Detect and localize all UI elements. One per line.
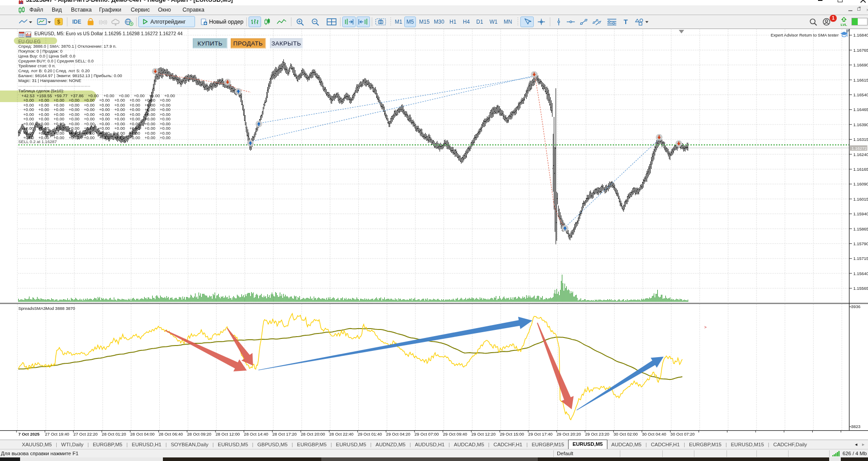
svg-text:$: $ [57, 19, 60, 25]
svg-text:((o)): ((o)) [99, 20, 108, 25]
svg-text:LVL: LVL [841, 23, 847, 27]
